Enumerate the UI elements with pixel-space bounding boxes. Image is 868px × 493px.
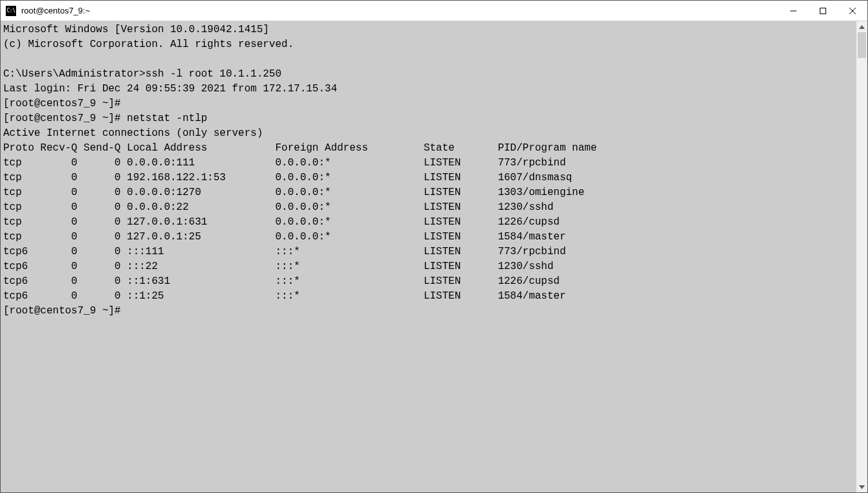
scroll-up-button[interactable]: [856, 21, 867, 32]
terminal-line: [root@centos7_9 ~]# netstat -ntlp: [3, 113, 207, 124]
terminal-output[interactable]: Microsoft Windows [Version 10.0.19042.14…: [1, 21, 867, 319]
minimize-button[interactable]: [778, 1, 808, 21]
terminal-line: tcp 0 0 0.0.0.0:111 0.0.0.0:* LISTEN 773…: [3, 157, 566, 169]
terminal-line: (c) Microsoft Corporation. All rights re…: [3, 39, 294, 50]
scrollbar-thumb[interactable]: [858, 32, 866, 58]
maximize-icon: [820, 8, 826, 14]
terminal-line: Last login: Fri Dec 24 09:55:39 2021 fro…: [3, 83, 337, 95]
close-icon: [849, 8, 856, 14]
terminal-line: [root@centos7_9 ~]#: [3, 98, 120, 109]
svg-marker-4: [859, 25, 865, 29]
terminal-line: tcp6 0 0 ::1:631 :::* LISTEN 1226/cupsd: [3, 275, 560, 287]
svg-marker-5: [859, 485, 865, 489]
title-bar[interactable]: C:\ root@centos7_9:~: [1, 1, 867, 21]
terminal-client-area[interactable]: Microsoft Windows [Version 10.0.19042.14…: [1, 21, 867, 492]
scrollbar-track[interactable]: [856, 32, 867, 481]
terminal-line: tcp6 0 0 :::111 :::* LISTEN 773/rpcbind: [3, 246, 566, 257]
terminal-line: tcp6 0 0 :::22 :::* LISTEN 1230/sshd: [3, 261, 554, 272]
chevron-up-icon: [859, 25, 865, 29]
terminal-line: tcp 0 0 127.0.0.1:631 0.0.0.0:* LISTEN 1…: [3, 216, 560, 228]
terminal-line: C:\Users\Administrator>ssh -l root 10.1.…: [3, 68, 281, 80]
svg-rect-1: [820, 8, 826, 14]
chevron-down-icon: [859, 485, 865, 489]
vertical-scrollbar[interactable]: [856, 21, 867, 492]
window-title: root@centos7_9:~: [21, 6, 90, 15]
terminal-line: tcp 0 0 192.168.122.1:53 0.0.0.0:* LISTE…: [3, 172, 572, 183]
maximize-button[interactable]: [808, 1, 838, 21]
close-button[interactable]: [838, 1, 867, 21]
terminal-line: tcp 0 0 127.0.0.1:25 0.0.0.0:* LISTEN 15…: [3, 231, 566, 243]
terminal-line: [root@centos7_9 ~]#: [3, 305, 120, 317]
app-window: C:\ root@centos7_9:~ Microsoft Windows […: [0, 0, 868, 493]
app-icon: C:\: [6, 6, 16, 16]
minimize-icon: [790, 8, 797, 14]
terminal-line: tcp 0 0 0.0.0.0:22 0.0.0.0:* LISTEN 1230…: [3, 201, 554, 213]
terminal-line: Proto Recv-Q Send-Q Local Address Foreig…: [3, 142, 597, 154]
terminal-line: tcp 0 0 0.0.0.0:1270 0.0.0.0:* LISTEN 13…: [3, 187, 585, 198]
terminal-line: Microsoft Windows [Version 10.0.19042.14…: [3, 24, 269, 35]
scroll-down-button[interactable]: [856, 481, 867, 492]
window-controls: [778, 1, 867, 21]
terminal-line: Active Internet connections (only server…: [3, 127, 263, 139]
terminal-line: tcp6 0 0 ::1:25 :::* LISTEN 1584/master: [3, 290, 566, 302]
